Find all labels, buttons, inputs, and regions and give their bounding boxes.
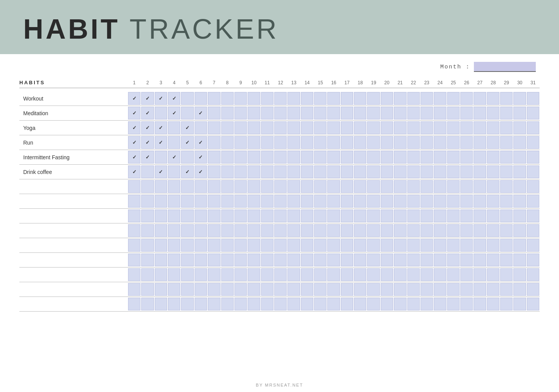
day-cell-habit7-day19[interactable] (367, 195, 380, 208)
day-cell-habit10-day19[interactable] (367, 239, 380, 252)
day-cell-habit5-day22[interactable] (407, 165, 420, 178)
day-cell-habit14-day18[interactable] (354, 298, 366, 310)
day-cell-habit8-day29[interactable] (500, 210, 513, 222)
day-cell-habit2-day29[interactable] (500, 121, 513, 134)
day-cell-habit1-day18[interactable] (354, 107, 366, 119)
day-cell-habit1-day2[interactable]: ✓ (141, 107, 154, 119)
day-cell-habit13-day31[interactable] (527, 283, 539, 296)
day-cell-habit10-day16[interactable] (327, 239, 340, 252)
day-cell-habit1-day14[interactable] (301, 107, 313, 119)
day-cell-habit2-day7[interactable] (208, 121, 220, 134)
day-cell-habit0-day19[interactable] (367, 92, 380, 105)
day-cell-habit10-day13[interactable] (287, 239, 300, 252)
day-cell-habit3-day12[interactable] (274, 136, 287, 149)
day-cell-habit13-day26[interactable] (460, 283, 473, 296)
day-cell-habit6-day27[interactable] (474, 180, 486, 193)
day-cell-habit2-day2[interactable]: ✓ (141, 121, 154, 134)
day-cell-habit3-day20[interactable] (381, 136, 393, 149)
day-cell-habit4-day4[interactable]: ✓ (168, 151, 180, 164)
day-cell-habit1-day26[interactable] (460, 107, 473, 119)
day-cell-habit3-day14[interactable] (301, 136, 313, 149)
day-cell-habit12-day31[interactable] (527, 268, 539, 281)
day-cell-habit5-day28[interactable] (487, 165, 499, 178)
day-cell-habit6-day19[interactable] (367, 180, 380, 193)
day-cell-habit4-day12[interactable] (274, 151, 287, 164)
day-cell-habit4-day30[interactable] (513, 151, 526, 164)
day-cell-habit1-day29[interactable] (500, 107, 513, 119)
day-cell-habit4-day14[interactable] (301, 151, 313, 164)
day-cell-habit10-day30[interactable] (513, 239, 526, 252)
day-cell-habit11-day9[interactable] (234, 254, 247, 266)
day-cell-habit2-day21[interactable] (394, 121, 406, 134)
day-cell-habit5-day17[interactable] (341, 165, 353, 178)
day-cell-habit4-day9[interactable] (234, 151, 247, 164)
day-cell-habit8-day21[interactable] (394, 210, 406, 222)
day-cell-habit7-day9[interactable] (234, 195, 247, 208)
day-cell-habit1-day6[interactable]: ✓ (195, 107, 207, 119)
day-cell-habit7-day13[interactable] (287, 195, 300, 208)
day-cell-habit4-day25[interactable] (447, 151, 460, 164)
day-cell-habit1-day27[interactable] (474, 107, 486, 119)
day-cell-habit10-day10[interactable] (248, 239, 260, 252)
day-cell-habit0-day7[interactable] (208, 92, 220, 105)
day-cell-habit5-day2[interactable] (141, 165, 154, 178)
day-cell-habit2-day31[interactable] (527, 121, 539, 134)
day-cell-habit14-day16[interactable] (327, 298, 340, 310)
day-cell-habit1-day11[interactable] (261, 107, 274, 119)
day-cell-habit13-day18[interactable] (354, 283, 366, 296)
day-cell-habit8-day22[interactable] (407, 210, 420, 222)
day-cell-habit9-day14[interactable] (301, 224, 313, 237)
day-cell-habit1-day17[interactable] (341, 107, 353, 119)
day-cell-habit0-day14[interactable] (301, 92, 313, 105)
day-cell-habit3-day9[interactable] (234, 136, 247, 149)
day-cell-habit3-day3[interactable]: ✓ (155, 136, 167, 149)
day-cell-habit8-day23[interactable] (421, 210, 433, 222)
day-cell-habit0-day13[interactable] (287, 92, 300, 105)
day-cell-habit7-day28[interactable] (487, 195, 499, 208)
day-cell-habit4-day17[interactable] (341, 151, 353, 164)
day-cell-habit12-day10[interactable] (248, 268, 260, 281)
day-cell-habit7-day27[interactable] (474, 195, 486, 208)
day-cell-habit12-day20[interactable] (381, 268, 393, 281)
day-cell-habit6-day25[interactable] (447, 180, 460, 193)
day-cell-habit10-day18[interactable] (354, 239, 366, 252)
day-cell-habit7-day25[interactable] (447, 195, 460, 208)
day-cell-habit2-day10[interactable] (248, 121, 260, 134)
day-cell-habit4-day11[interactable] (261, 151, 274, 164)
day-cell-habit11-day30[interactable] (513, 254, 526, 266)
day-cell-habit3-day31[interactable] (527, 136, 539, 149)
day-cell-habit4-day29[interactable] (500, 151, 513, 164)
day-cell-habit7-day6[interactable] (195, 195, 207, 208)
day-cell-habit2-day4[interactable] (168, 121, 180, 134)
day-cell-habit5-day1[interactable]: ✓ (128, 165, 140, 178)
day-cell-habit7-day15[interactable] (314, 195, 327, 208)
day-cell-habit9-day26[interactable] (460, 224, 473, 237)
day-cell-habit2-day18[interactable] (354, 121, 366, 134)
day-cell-habit9-day19[interactable] (367, 224, 380, 237)
day-cell-habit3-day25[interactable] (447, 136, 460, 149)
day-cell-habit13-day25[interactable] (447, 283, 460, 296)
day-cell-habit0-day20[interactable] (381, 92, 393, 105)
day-cell-habit9-day30[interactable] (513, 224, 526, 237)
day-cell-habit6-day22[interactable] (407, 180, 420, 193)
day-cell-habit14-day15[interactable] (314, 298, 327, 310)
day-cell-habit5-day25[interactable] (447, 165, 460, 178)
day-cell-habit8-day30[interactable] (513, 210, 526, 222)
day-cell-habit13-day2[interactable] (141, 283, 154, 296)
day-cell-habit8-day5[interactable] (181, 210, 193, 222)
day-cell-habit13-day10[interactable] (248, 283, 260, 296)
day-cell-habit9-day4[interactable] (168, 224, 180, 237)
day-cell-habit13-day12[interactable] (274, 283, 287, 296)
day-cell-habit13-day19[interactable] (367, 283, 380, 296)
day-cell-habit8-day28[interactable] (487, 210, 499, 222)
day-cell-habit7-day26[interactable] (460, 195, 473, 208)
day-cell-habit3-day21[interactable] (394, 136, 406, 149)
day-cell-habit1-day12[interactable] (274, 107, 287, 119)
day-cell-habit13-day7[interactable] (208, 283, 220, 296)
day-cell-habit6-day28[interactable] (487, 180, 499, 193)
day-cell-habit9-day29[interactable] (500, 224, 513, 237)
day-cell-habit9-day16[interactable] (327, 224, 340, 237)
day-cell-habit13-day23[interactable] (421, 283, 433, 296)
day-cell-habit12-day4[interactable] (168, 268, 180, 281)
day-cell-habit8-day10[interactable] (248, 210, 260, 222)
